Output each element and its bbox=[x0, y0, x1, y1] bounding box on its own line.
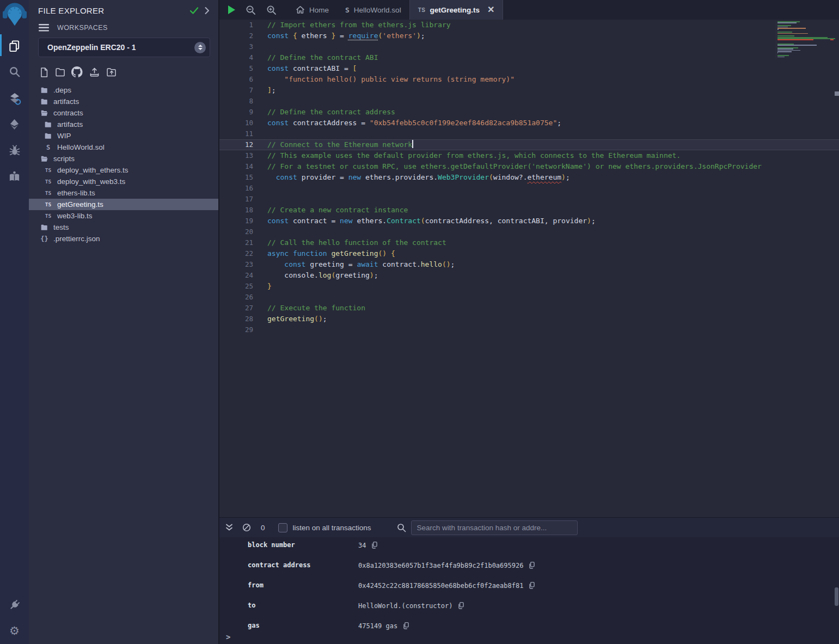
code-text: async function getGreeting() { bbox=[253, 248, 395, 259]
tree-item-tests[interactable]: tests bbox=[29, 222, 218, 233]
code-text: ]; bbox=[253, 85, 276, 96]
tree-item-web3-lib-ts[interactable]: TSweb3-lib.ts bbox=[29, 210, 218, 222]
tree-item-contracts[interactable]: contracts bbox=[29, 107, 218, 119]
code-line-26[interactable]: 26 bbox=[219, 292, 839, 303]
tree-item-deploy-with-web3-ts[interactable]: TSdeploy_with_web3.ts bbox=[29, 176, 218, 187]
close-tab-icon[interactable]: ✕ bbox=[487, 5, 494, 14]
copy-icon[interactable] bbox=[528, 581, 536, 590]
line-number: 5 bbox=[219, 63, 253, 74]
code-line-17[interactable]: 17 bbox=[219, 194, 839, 205]
terminal-search-input[interactable] bbox=[411, 520, 578, 535]
terminal-row-label: from bbox=[248, 581, 358, 589]
zoom-in-icon[interactable] bbox=[266, 5, 277, 15]
code-line-25[interactable]: 25} bbox=[219, 281, 839, 292]
tree-item-helloworld-sol[interactable]: SHelloWorld.sol bbox=[29, 142, 218, 153]
line-number: 9 bbox=[219, 107, 253, 118]
solidity-compiler-icon[interactable] bbox=[0, 85, 29, 111]
copy-icon[interactable] bbox=[402, 622, 410, 630]
code-line-2[interactable]: 2const { ethers } = require('ethers'); bbox=[219, 30, 839, 41]
new-folder-icon[interactable] bbox=[54, 67, 66, 78]
code-line-16[interactable]: 16 bbox=[219, 183, 839, 194]
minimap[interactable] bbox=[776, 21, 835, 59]
copy-icon[interactable] bbox=[457, 602, 465, 610]
code-line-28[interactable]: 28getGreeting(); bbox=[219, 314, 839, 324]
tab-label: HelloWorld.sol bbox=[354, 6, 401, 14]
terminal-row-contract-address: contract address0x8a120383e6057b1f3aef4f… bbox=[219, 557, 839, 578]
code-line-6[interactable]: 6 "function hello() public view returns … bbox=[219, 74, 839, 85]
tree-item-getgreeting-ts[interactable]: TSgetGreeting.ts bbox=[29, 199, 218, 210]
listen-transactions-label[interactable]: listen on all transactions bbox=[293, 524, 371, 532]
tree-item--prettierrc-json[interactable]: {}.prettierrc.json bbox=[29, 233, 218, 244]
code-line-19[interactable]: 19const contract = new ethers.Contract(c… bbox=[219, 216, 839, 226]
code-text: // Call the hello function of the contra… bbox=[253, 237, 446, 248]
chevron-right-icon[interactable] bbox=[204, 7, 210, 15]
code-line-4[interactable]: 4// Define the contract ABI bbox=[219, 52, 839, 63]
folder-open-icon bbox=[40, 109, 49, 117]
check-icon[interactable] bbox=[189, 7, 199, 15]
tab-helloworld-sol[interactable]: S HelloWorld.sol bbox=[337, 0, 409, 20]
terminal-scrollbar-thumb[interactable] bbox=[835, 587, 838, 606]
code-line-3[interactable]: 3 bbox=[219, 41, 839, 52]
tab-getgreeting-ts[interactable]: TS getGreeting.ts ✕ bbox=[409, 0, 504, 20]
tree-item-scripts[interactable]: scripts bbox=[29, 153, 218, 164]
copy-icon[interactable] bbox=[528, 561, 536, 569]
code-line-29[interactable]: 29 bbox=[219, 324, 839, 335]
code-line-27[interactable]: 27// Execute the function bbox=[219, 303, 839, 314]
remix-logo-icon[interactable] bbox=[0, 0, 29, 29]
plugin-manager-icon[interactable] bbox=[0, 592, 29, 618]
tree-item-ethers-lib-ts[interactable]: TSethers-lib.ts bbox=[29, 187, 218, 199]
settings-icon[interactable]: ⚙ bbox=[0, 618, 29, 644]
line-number: 24 bbox=[219, 270, 253, 281]
clone-github-icon[interactable] bbox=[71, 66, 83, 78]
upload-folder-icon[interactable] bbox=[106, 67, 118, 78]
hamburger-icon[interactable] bbox=[39, 24, 49, 32]
folder-icon bbox=[40, 98, 49, 106]
terminal-row-label: contract address bbox=[248, 561, 358, 569]
code-line-8[interactable]: 8 bbox=[219, 96, 839, 107]
code-line-10[interactable]: 10const contractAddress = "0xb54febb5c0c… bbox=[219, 118, 839, 128]
code-line-12[interactable]: 12// Connect to the Ethereum network bbox=[219, 139, 839, 150]
search-icon[interactable] bbox=[0, 59, 29, 85]
code-line-23[interactable]: 23 const greeting = await contract.hello… bbox=[219, 259, 839, 270]
copy-icon[interactable] bbox=[371, 541, 378, 549]
code-line-18[interactable]: 18// Create a new contract instance bbox=[219, 205, 839, 216]
tree-item-deploy-with-ethers-ts[interactable]: TSdeploy_with_ethers.ts bbox=[29, 164, 218, 176]
code-line-13[interactable]: 13// This example uses the default provi… bbox=[219, 150, 839, 161]
code-line-24[interactable]: 24 console.log(greeting); bbox=[219, 270, 839, 281]
code-editor[interactable]: 1// Import ethers from the ethers.js lib… bbox=[219, 20, 839, 517]
code-line-20[interactable]: 20 bbox=[219, 226, 839, 237]
clear-console-icon[interactable] bbox=[242, 523, 251, 532]
code-line-1[interactable]: 1// Import ethers from the ethers.js lib… bbox=[219, 20, 839, 30]
tree-item--deps[interactable]: .deps bbox=[29, 84, 218, 96]
code-line-7[interactable]: 7]; bbox=[219, 85, 839, 96]
code-line-21[interactable]: 21// Call the hello function of the cont… bbox=[219, 237, 839, 248]
learneth-icon[interactable] bbox=[0, 163, 29, 189]
deploy-run-icon[interactable] bbox=[0, 111, 29, 137]
upload-file-icon[interactable] bbox=[88, 67, 101, 78]
run-script-button[interactable] bbox=[228, 5, 235, 14]
code-text: getGreeting(); bbox=[253, 314, 327, 324]
tree-item-artifacts[interactable]: artifacts bbox=[29, 119, 218, 130]
listen-transactions-checkbox[interactable] bbox=[278, 523, 287, 532]
line-number: 28 bbox=[219, 314, 253, 324]
code-line-22[interactable]: 22async function getGreeting() { bbox=[219, 248, 839, 259]
zoom-out-icon[interactable] bbox=[246, 5, 256, 15]
line-number: 6 bbox=[219, 74, 253, 85]
workspace-stepper-icon[interactable] bbox=[194, 42, 206, 53]
workspace-select[interactable]: OpenZeppelin ERC20 - 1 bbox=[38, 38, 210, 57]
code-line-5[interactable]: 5const contractABI = [ bbox=[219, 63, 839, 74]
tree-item-wip[interactable]: WIP bbox=[29, 130, 218, 142]
debugger-icon[interactable] bbox=[0, 137, 29, 163]
line-number: 7 bbox=[219, 85, 253, 96]
tab-home[interactable]: Home bbox=[287, 0, 337, 20]
code-line-14[interactable]: 14// For a testnet or custom RPC, use et… bbox=[219, 161, 839, 172]
collapse-terminal-icon[interactable] bbox=[225, 524, 233, 531]
new-file-icon[interactable] bbox=[39, 67, 50, 78]
code-line-9[interactable]: 9// Define the contract address bbox=[219, 107, 839, 118]
code-line-15[interactable]: 15 const provider = new ethers.providers… bbox=[219, 172, 839, 183]
file-explorer-icon[interactable] bbox=[0, 33, 29, 59]
terminal-log: block number34 contract address0x8a12038… bbox=[219, 537, 839, 644]
code-text: // Define the contract ABI bbox=[253, 52, 378, 63]
code-line-11[interactable]: 11 bbox=[219, 128, 839, 139]
tree-item-artifacts[interactable]: artifacts bbox=[29, 96, 218, 107]
